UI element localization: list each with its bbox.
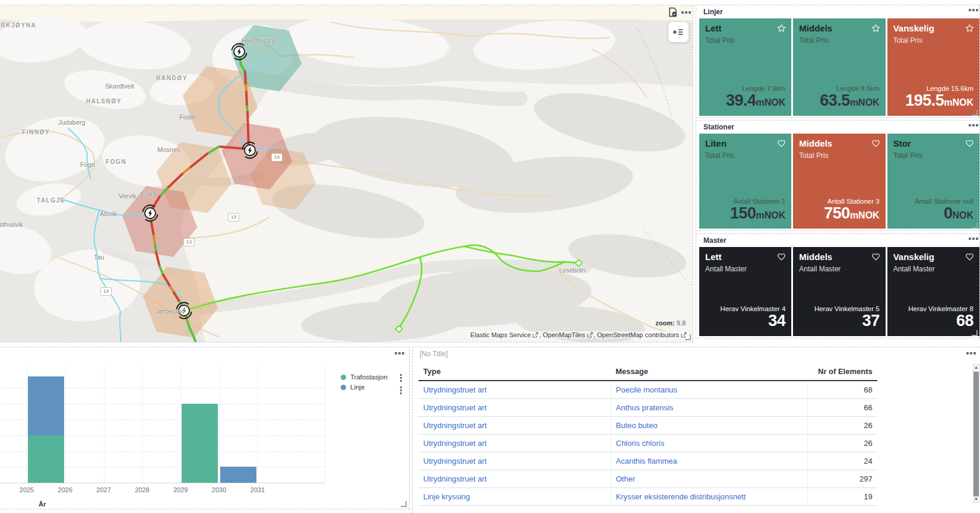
heart-toggle[interactable]: [777, 139, 786, 150]
type-link[interactable]: Utrydningstruet art: [423, 385, 487, 394]
star-icon[interactable]: [965, 24, 974, 33]
message-link[interactable]: Krysser eksisterende distribusjonsnett: [616, 492, 746, 501]
metric-card-vanskelig[interactable]: VanskeligAntall MasterHerav Vinkelmaster…: [887, 247, 979, 336]
chart-panel-menu-icon[interactable]: [395, 352, 404, 354]
x-axis-tick-label: 2031: [250, 486, 265, 493]
message-link[interactable]: Buteo buteo: [616, 421, 658, 430]
message-link[interactable]: Acanthis flammea: [616, 457, 677, 466]
heart-toggle[interactable]: [965, 252, 974, 264]
message-cell: Acanthis flammea: [611, 452, 807, 470]
heart-toggle[interactable]: [965, 139, 974, 150]
metric-card-liten[interactable]: LitenTotal PrisAntall Stationer 1150mNOK: [699, 134, 791, 229]
legend-item-trafostasjon[interactable]: Trafostasjon: [341, 373, 388, 381]
scrollbar-thumb[interactable]: [973, 372, 979, 496]
metric-card-value: 68: [893, 312, 973, 331]
gridline: [219, 365, 220, 483]
map-panel-menu-icon[interactable]: [681, 11, 691, 14]
star-toggle[interactable]: [777, 24, 786, 35]
type-link[interactable]: Utrydningstruet art: [423, 474, 487, 483]
heart-toggle[interactable]: [777, 252, 786, 264]
panel-menu-icon[interactable]: [969, 238, 978, 240]
metric-cards-row: LettTotal PrisLengde 7.9km39.4mNOKMiddel…: [696, 18, 979, 116]
metric-card-lett[interactable]: LettTotal PrisLengde 7.9km39.4mNOK: [699, 18, 791, 116]
metric-card-title: Lett: [705, 252, 785, 262]
message-link[interactable]: Anthus pratensis: [616, 403, 674, 412]
type-link[interactable]: Linje kryssing: [423, 492, 470, 501]
attribution-link[interactable]: OpenMapTiles: [543, 331, 585, 338]
x-axis-tick-label: 2028: [135, 486, 149, 493]
star-toggle[interactable]: [965, 24, 974, 35]
type-link[interactable]: Utrydningstruet art: [423, 457, 487, 466]
legend-item-menu-icon[interactable]: [400, 374, 402, 382]
metric-card-middels[interactable]: MiddelsAntall MasterHerav Vinkelmaster 5…: [793, 247, 885, 336]
collapse-legend-button[interactable]: [668, 22, 689, 42]
data-table: TypeMessageNr of Elements Utrydningstrue…: [418, 363, 877, 506]
document-check-icon[interactable]: [668, 7, 678, 17]
heart-toggle[interactable]: [871, 139, 880, 150]
type-cell: Utrydningstruet art: [418, 417, 611, 435]
type-link[interactable]: Utrydningstruet art: [423, 403, 487, 412]
star-icon[interactable]: [777, 24, 786, 33]
heart-icon[interactable]: [777, 252, 786, 261]
metric-card-middels[interactable]: MiddelsTotal PrisAntall Stationer 3750mN…: [793, 134, 885, 229]
column-header-message[interactable]: Message: [611, 363, 807, 381]
bar-chart-panel: 2025202620272028202920302031 År Trafosta…: [0, 347, 410, 509]
external-link-icon: [532, 332, 538, 338]
metric-panel-stationer: StationerLitenTotal PrisAntall Stationer…: [696, 120, 980, 231]
bar-segment-trafostasjon[interactable]: [28, 435, 65, 483]
column-header-type[interactable]: Type: [418, 363, 611, 381]
message-link[interactable]: Chloris chloris: [616, 439, 665, 448]
metric-card-stor[interactable]: StorTotal PrisAntall Stationer null0NOK: [887, 134, 979, 229]
count-cell: 26: [807, 417, 877, 435]
legend-color-dot: [341, 385, 346, 390]
metric-card-lett[interactable]: LettAntall MasterHerav Vinkelmaster 434: [699, 247, 791, 336]
scroll-up-icon[interactable]: ▲: [973, 365, 979, 370]
bar-segment-linje[interactable]: [220, 467, 257, 483]
panel-menu-icon[interactable]: [969, 124, 978, 126]
message-link[interactable]: Poecile montanus: [616, 385, 677, 394]
metric-panel-title: Linjer: [696, 5, 979, 18]
column-header-nr-of-elements[interactable]: Nr of Elements: [807, 363, 877, 381]
panel-resize-handle[interactable]: [972, 110, 978, 116]
metric-card-middels[interactable]: MiddelsTotal PrisLengde 8.5km63.5mNOK: [793, 18, 885, 116]
type-link[interactable]: Utrydningstruet art: [423, 439, 487, 448]
table-panel: [No Title] TypeMessageNr of Elements Utr…: [412, 347, 980, 513]
attribution-link[interactable]: Elastic Maps Service: [470, 331, 531, 338]
message-link[interactable]: Other: [616, 474, 636, 483]
value-number: 39.4: [726, 91, 756, 109]
legend-item-menu-icon[interactable]: [400, 387, 402, 394]
map-resize-handle[interactable]: [685, 334, 691, 340]
panel-resize-handle[interactable]: [972, 223, 978, 229]
star-icon[interactable]: [871, 24, 880, 33]
heart-icon[interactable]: [965, 139, 974, 148]
chart-resize-handle[interactable]: [401, 501, 407, 507]
metric-card-subtitle: Total Pris: [893, 151, 973, 160]
legend-item-linje[interactable]: Linje: [341, 384, 388, 391]
road-number-badge: 13: [271, 153, 283, 162]
metric-card-vanskelig[interactable]: VanskeligTotal PrisLengde 15.6km195.5mNO…: [887, 18, 979, 116]
bar-segment-linje[interactable]: [28, 376, 65, 435]
value-unit: NOK: [952, 210, 973, 220]
heart-icon[interactable]: [871, 139, 880, 148]
type-link[interactable]: Utrydningstruet art: [423, 421, 487, 430]
heart-icon[interactable]: [777, 139, 786, 148]
heart-icon[interactable]: [965, 252, 974, 261]
heart-icon[interactable]: [871, 252, 880, 261]
type-cell: Utrydningstruet art: [418, 435, 611, 452]
scroll-down-icon[interactable]: ▼: [973, 496, 979, 502]
type-cell: Utrydningstruet art: [418, 399, 611, 417]
message-cell: Other: [611, 470, 807, 488]
x-axis: [0, 483, 325, 483]
metric-card-title: Vanskelig: [893, 252, 973, 262]
attribution-link[interactable]: OpenStreetMap contributors: [597, 331, 679, 338]
panel-resize-handle[interactable]: [972, 330, 978, 336]
table-panel-menu-icon[interactable]: [966, 352, 976, 354]
bar-segment-trafostasjon[interactable]: [182, 404, 218, 483]
panel-menu-icon[interactable]: [969, 9, 978, 11]
map-panel[interactable]: YRKJØYNAHjelmelandRANDØYSkardtveitHALSNØ…: [0, 5, 693, 343]
zoom-indicator: zoom: 9.8: [655, 319, 686, 327]
value-unit: mNOK: [944, 97, 973, 107]
star-toggle[interactable]: [871, 24, 880, 35]
heart-toggle[interactable]: [871, 252, 880, 264]
table-scrollbar[interactable]: ▲ ▼: [973, 364, 979, 503]
